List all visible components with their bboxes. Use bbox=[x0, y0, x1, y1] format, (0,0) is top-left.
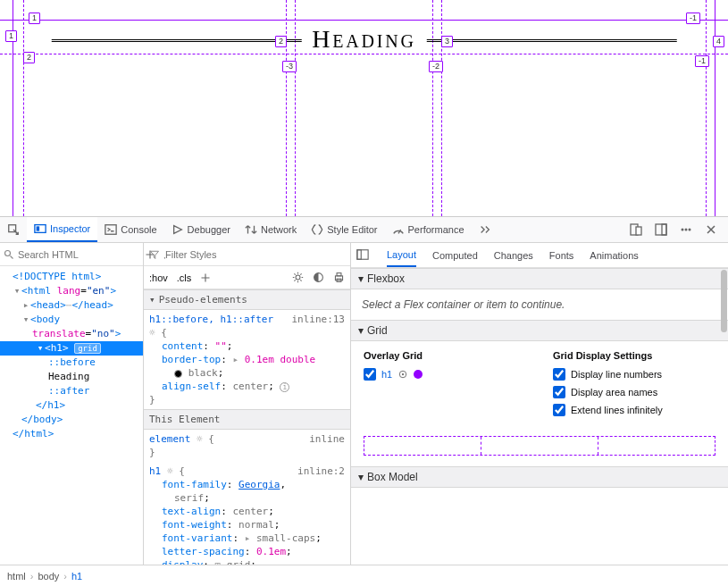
grid-line-v3 bbox=[432, 0, 433, 216]
display-settings-heading: Grid Display Settings bbox=[553, 350, 715, 361]
debugger-tab[interactable]: Debugger bbox=[164, 217, 238, 242]
svg-rect-5 bbox=[636, 227, 641, 235]
performance-label: Performance bbox=[408, 224, 464, 235]
scrollbar[interactable] bbox=[721, 270, 727, 332]
svg-rect-17 bbox=[357, 249, 368, 259]
console-tab[interactable]: Console bbox=[97, 217, 163, 242]
extend-lines-check[interactable]: Extend lines infinitely bbox=[553, 404, 715, 416]
grid-line-v4 bbox=[706, 0, 707, 216]
grid-header[interactable]: ▾Grid bbox=[351, 320, 728, 341]
grid-badge: -2 bbox=[429, 61, 443, 72]
layout-tabs: Layout Computed Changes Fonts Animations bbox=[351, 243, 728, 268]
grid-line-v4b bbox=[715, 0, 715, 216]
svg-rect-7 bbox=[662, 224, 666, 235]
debugger-icon bbox=[172, 223, 184, 236]
grid-badge: 1 bbox=[29, 13, 40, 24]
grid-line-h1 bbox=[0, 20, 728, 21]
style-editor-tab[interactable]: Style Editor bbox=[304, 217, 384, 242]
flexbox-message: Select a Flex container or item to conti… bbox=[351, 289, 728, 320]
rules-body: ▾Pseudo-elements h1::before, h1::after i… bbox=[144, 289, 350, 565]
add-rule-button[interactable] bbox=[200, 272, 211, 283]
grid-line-v2b bbox=[295, 0, 296, 216]
overlay-grid-heading: Overlay Grid bbox=[364, 350, 526, 361]
svg-point-9 bbox=[685, 229, 688, 231]
this-element-header: This Element bbox=[144, 409, 350, 430]
grid-line-v3b bbox=[441, 0, 442, 216]
console-label: Console bbox=[121, 224, 156, 235]
mini-grid-preview[interactable] bbox=[364, 436, 715, 456]
doctype-node[interactable]: <!DOCTYPE html> bbox=[13, 271, 101, 282]
panels-row: <!DOCTYPE html> ▾<html lang="en"> ▸<head… bbox=[0, 243, 728, 565]
highlight-icon[interactable] bbox=[397, 369, 408, 380]
cls-toggle[interactable]: .cls bbox=[177, 272, 192, 283]
devtools-panel: Inspector Console Debugger Network Style… bbox=[0, 216, 728, 586]
grid-badge: 1 bbox=[5, 30, 17, 42]
network-icon bbox=[245, 223, 257, 236]
grid-badge: 4 bbox=[713, 36, 724, 47]
chevron-right-icon: › bbox=[30, 571, 34, 582]
search-html-row bbox=[0, 243, 143, 266]
rule-h1[interactable]: h1 ☼ { inline:2 font-family: Georgia, se… bbox=[144, 462, 350, 565]
h1-grid-check[interactable]: h1 bbox=[364, 368, 526, 381]
area-names-check[interactable]: Display area names bbox=[553, 386, 715, 398]
rule-pseudo[interactable]: h1::before, h1::after inline:13 ☼ { cont… bbox=[144, 310, 350, 409]
crumb-html[interactable]: html bbox=[7, 571, 26, 582]
grid-color-swatch[interactable] bbox=[414, 370, 423, 379]
box-model-header[interactable]: ▾Box Model bbox=[351, 466, 728, 488]
layout-tab[interactable]: Layout bbox=[387, 243, 416, 267]
inspector-label: Inspector bbox=[50, 223, 90, 234]
h1-checkbox[interactable] bbox=[364, 368, 376, 381]
inspector-tab[interactable]: Inspector bbox=[27, 217, 97, 242]
network-label: Network bbox=[261, 224, 297, 235]
layout-panel: Layout Computed Changes Fonts Animations… bbox=[351, 243, 728, 565]
info-icon[interactable]: i bbox=[280, 382, 289, 392]
more-button[interactable] bbox=[676, 220, 696, 239]
rule-element[interactable]: element ☼ { inline } bbox=[144, 430, 350, 462]
crumb-h1[interactable]: h1 bbox=[71, 571, 82, 582]
grid-badge: 2 bbox=[23, 52, 35, 63]
grid-line-v2 bbox=[286, 0, 287, 216]
svg-point-8 bbox=[682, 229, 684, 231]
overflow-tabs-button[interactable] bbox=[472, 217, 498, 242]
network-tab[interactable]: Network bbox=[238, 217, 304, 242]
dom-tree[interactable]: <!DOCTYPE html> ▾<html lang="en"> ▸<head… bbox=[0, 266, 143, 565]
changes-tab[interactable]: Changes bbox=[494, 243, 533, 267]
rules-toolbar bbox=[144, 243, 350, 266]
filter-styles-input[interactable] bbox=[165, 249, 345, 260]
dock-button[interactable] bbox=[651, 220, 671, 239]
dark-scheme-button[interactable] bbox=[313, 272, 324, 283]
responsive-mode-button[interactable] bbox=[626, 220, 646, 239]
crumb-body[interactable]: body bbox=[38, 571, 59, 582]
line-numbers-check[interactable]: Display line numbers bbox=[553, 368, 715, 381]
svg-point-12 bbox=[296, 275, 300, 280]
flexbox-header[interactable]: ▾Flexbox bbox=[351, 268, 728, 289]
search-icon bbox=[4, 249, 14, 260]
devtools-toolbar: Inspector Console Debugger Network Style… bbox=[0, 217, 728, 243]
performance-tab[interactable]: Performance bbox=[385, 217, 472, 242]
chevron-double-right-icon bbox=[479, 223, 491, 236]
filter-icon bbox=[149, 249, 160, 260]
grid-section: Overlay Grid h1 Grid Display Settings Di… bbox=[351, 341, 728, 431]
style-editor-label: Style Editor bbox=[327, 224, 377, 235]
selected-node[interactable]: ▾<h1> grid bbox=[0, 341, 143, 356]
light-scheme-button[interactable] bbox=[292, 272, 304, 283]
hov-toggle[interactable]: :hov bbox=[149, 272, 168, 283]
page-viewport: Heading 1 2 3 -1 1 2 -3 -2 4 -1 bbox=[0, 0, 728, 216]
print-media-button[interactable] bbox=[333, 272, 345, 283]
rules-panel: :hov .cls ▾Pseudo-elements h1::before, h… bbox=[144, 243, 351, 565]
pseudo-section-header[interactable]: ▾Pseudo-elements bbox=[144, 289, 350, 310]
grid-badge: 3 bbox=[441, 36, 453, 47]
rules-toggle-row: :hov .cls bbox=[144, 266, 350, 289]
close-devtools-button[interactable] bbox=[701, 220, 721, 239]
breadcrumbs: html › body › h1 bbox=[0, 565, 728, 586]
markup-panel: <!DOCTYPE html> ▾<html lang="en"> ▸<head… bbox=[0, 243, 144, 565]
pick-element-button[interactable] bbox=[0, 217, 27, 242]
page-heading: Heading bbox=[312, 25, 415, 54]
sidebar-toggle-button[interactable] bbox=[356, 248, 371, 263]
computed-tab[interactable]: Computed bbox=[432, 243, 478, 267]
animations-tab[interactable]: Animations bbox=[590, 243, 638, 267]
debugger-label: Debugger bbox=[188, 224, 230, 235]
search-html-input[interactable] bbox=[18, 249, 141, 260]
fonts-tab[interactable]: Fonts bbox=[549, 243, 574, 267]
svg-rect-2 bbox=[37, 226, 40, 230]
